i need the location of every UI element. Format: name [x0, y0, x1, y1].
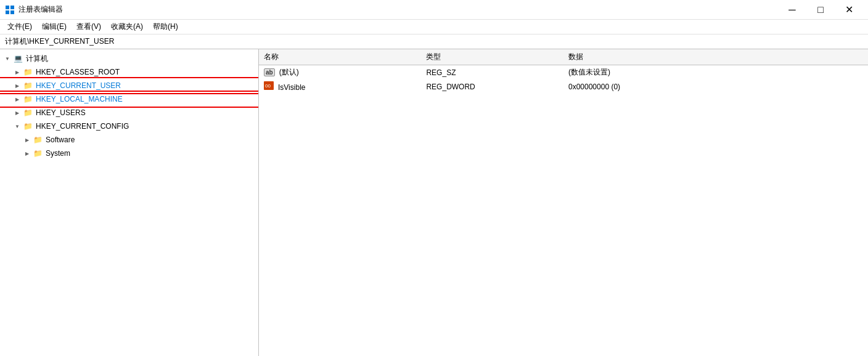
col-header-data[interactable]: 数据 [563, 49, 868, 65]
tree-label-computer: 计算机 [26, 54, 48, 64]
table-header-row: 名称 类型 数据 [259, 49, 868, 65]
close-button[interactable]: ✕ [835, 0, 863, 20]
folder-users-icon: 📁 [22, 108, 33, 118]
folder-classes-icon: 📁 [22, 67, 33, 77]
folder-software-icon: 📁 [32, 135, 43, 145]
cell-data-default: (数值未设置) [563, 65, 868, 80]
tree-item-hkey-users[interactable]: 📁 HKEY_USERS [0, 106, 258, 119]
reg-dword-icon: 00 [264, 81, 276, 90]
expand-system-icon[interactable] [22, 148, 32, 158]
svg-rect-1 [10, 6, 14, 9]
tree-item-hkey-classes-root[interactable]: 📁 HKEY_CLASSES_ROOT [0, 65, 258, 79]
cell-name-default: (默认) [259, 65, 421, 80]
tree-item-system[interactable]: 📁 System [0, 147, 258, 160]
tree-item-computer[interactable]: 💻 计算机 [0, 52, 258, 65]
folder-system-icon: 📁 [32, 148, 43, 158]
registry-table: 名称 类型 数据 (默认) REG_SZ (数值未设置) [259, 49, 868, 94]
menu-bar: 文件(E) 编辑(E) 查看(V) 收藏夹(A) 帮助(H) [0, 20, 868, 34]
tree-label-hkey-local-machine: HKEY_LOCAL_MACHINE [36, 95, 123, 103]
tree-label-hkey-current-user: HKEY_CURRENT_USER [36, 81, 121, 90]
window-controls: ─ □ ✕ [778, 0, 863, 20]
folder-local-machine-icon: 📁 [22, 94, 33, 104]
tree-label-hkey-classes-root: HKEY_CLASSES_ROOT [36, 68, 120, 76]
title-bar: 注册表编辑器 ─ □ ✕ [0, 0, 868, 20]
expand-classes-icon[interactable] [12, 67, 22, 77]
menu-edit[interactable]: 编辑(E) [37, 20, 72, 33]
reg-sz-icon [264, 68, 277, 76]
tree-panel: 💻 计算机 📁 HKEY_CLASSES_ROOT 📁 HKEY_CURRENT… [0, 49, 259, 356]
folder-current-config-icon: 📁 [22, 121, 33, 131]
cell-type-isvisible: REG_DWORD [421, 79, 563, 94]
svg-text:00: 00 [265, 83, 271, 89]
svg-rect-3 [10, 10, 14, 14]
menu-file[interactable]: 文件(E) [2, 20, 37, 33]
app-icon [5, 5, 15, 15]
tree-label-hkey-users: HKEY_USERS [36, 108, 86, 117]
expand-current-user-icon[interactable] [12, 81, 22, 91]
tree-label-hkey-current-config: HKEY_CURRENT_CONFIG [36, 122, 129, 131]
col-header-name[interactable]: 名称 [259, 49, 421, 65]
menu-view[interactable]: 查看(V) [72, 20, 106, 33]
cell-name-isvisible: 00 IsVisible [259, 79, 421, 94]
table-row[interactable]: (默认) REG_SZ (数值未设置) [259, 65, 868, 80]
computer-icon: 💻 [12, 54, 23, 63]
cell-type-default: REG_SZ [421, 65, 563, 80]
address-bar: 计算机\HKEY_CURRENT_USER [0, 34, 868, 49]
tree-item-hkey-current-config[interactable]: 📁 HKEY_CURRENT_CONFIG [0, 119, 258, 133]
tree-item-hkey-local-machine[interactable]: 📁 HKEY_LOCAL_MACHINE [0, 92, 258, 106]
main-content: 💻 计算机 📁 HKEY_CLASSES_ROOT 📁 HKEY_CURRENT… [0, 49, 868, 356]
folder-current-user-icon: 📁 [22, 81, 33, 91]
svg-rect-2 [6, 10, 9, 14]
address-path: 计算机\HKEY_CURRENT_USER [5, 36, 114, 47]
expand-computer-icon[interactable] [2, 54, 12, 63]
expand-local-machine-icon[interactable] [12, 94, 22, 104]
menu-help[interactable]: 帮助(H) [148, 20, 183, 33]
expand-users-icon[interactable] [12, 108, 22, 118]
tree-item-software[interactable]: 📁 Software [0, 133, 258, 147]
cell-data-isvisible: 0x00000000 (0) [563, 79, 868, 94]
tree-label-system: System [46, 149, 70, 158]
col-header-type[interactable]: 类型 [421, 49, 563, 65]
svg-rect-0 [6, 6, 9, 9]
window-title: 注册表编辑器 [18, 4, 778, 15]
expand-current-config-icon[interactable] [12, 121, 22, 131]
maximize-button[interactable]: □ [806, 0, 835, 20]
right-panel: 名称 类型 数据 (默认) REG_SZ (数值未设置) [259, 49, 868, 356]
table-row[interactable]: 00 IsVisible REG_DWORD 0x00000000 (0) [259, 79, 868, 94]
minimize-button[interactable]: ─ [778, 0, 806, 20]
expand-software-icon[interactable] [22, 135, 32, 145]
menu-favorites[interactable]: 收藏夹(A) [106, 20, 148, 33]
tree-label-software: Software [46, 136, 75, 144]
tree-item-hkey-current-user[interactable]: 📁 HKEY_CURRENT_USER [0, 79, 258, 92]
